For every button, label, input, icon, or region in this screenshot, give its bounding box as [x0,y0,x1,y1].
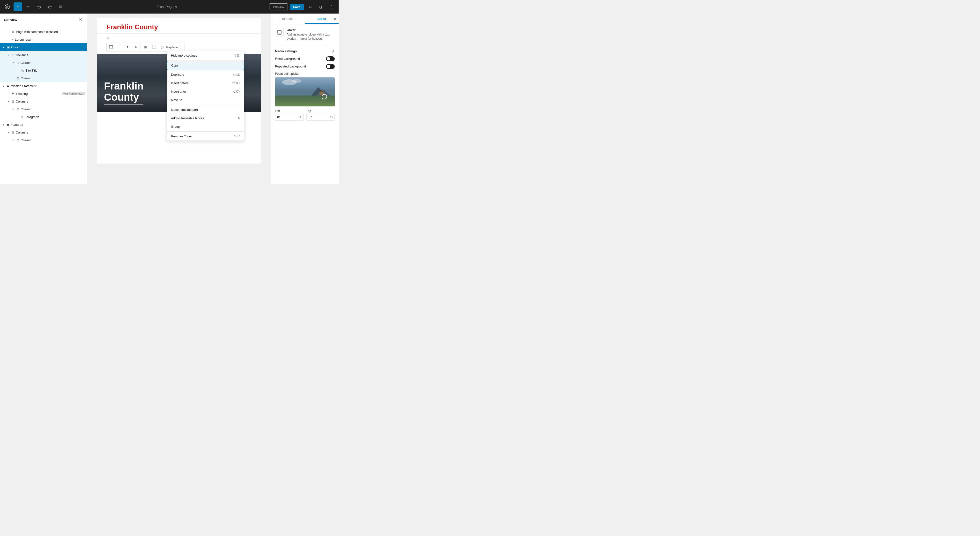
wp-logo[interactable]: W [3,2,12,11]
main-toolbar: W + ✏ Front Page ∨ Preview Save ⚙ ◑ ⋮ [0,0,339,14]
svg-rect-2 [59,6,62,6]
editor-area[interactable]: Franklin County ≡ ⠿ ⊞ [87,14,271,184]
repeated-background-toggle[interactable] [326,64,335,69]
context-menu-item-add-reusable[interactable]: Add to Reusable blocks ↻ [167,114,244,122]
move-down-button[interactable] [132,43,140,51]
list-item[interactable]: ▾ ⊞ Columns [0,51,87,59]
main-layout: List view ✕ ▭ Page with comments disable… [0,14,339,184]
save-button[interactable]: Save [290,4,304,10]
site-title-icon: ◎ [21,69,24,72]
context-menu-item-move-to[interactable]: Move to [167,96,244,104]
add-block-button[interactable]: + [14,2,22,11]
context-menu-item-duplicate[interactable]: Duplicate ⇧⌘D [167,70,244,79]
block-info-text: Cover Add an image or video with a text … [286,28,335,41]
tab-template[interactable]: Template [271,14,305,24]
item-label: Column [21,76,85,80]
top-coord-field: Top % [306,109,335,121]
circle-button[interactable]: ◌ [158,43,166,51]
sidebar-item-featured[interactable]: ▾ ◆ Featured [0,121,87,129]
item-label: Cover [11,46,79,49]
block-more-button[interactable]: ⋮ [176,43,184,51]
sidebar-header: List view ✕ [0,14,87,26]
context-menu-item-insert-after[interactable]: Insert after ⌥⌘Y [167,87,244,96]
edit-button[interactable]: ✏ [24,2,33,11]
sidebar-close-button[interactable]: ✕ [78,16,83,23]
top-coord-wrap: % [306,114,335,121]
redo-button[interactable] [46,2,54,11]
list-item[interactable]: ▾ ⊞ Columns [0,129,87,136]
focal-point-handle[interactable] [322,94,327,99]
drag-handle-button[interactable]: ⠿ [115,43,123,51]
right-panel-tabs: Template Block ✕ [271,14,339,24]
sidebar: List view ✕ ▭ Page with comments disable… [0,14,87,184]
media-settings-collapse[interactable]: ∧ [332,49,335,54]
list-item[interactable]: ▾ ⊡ Column [0,59,87,67]
list-item[interactable]: ▾ ⊞ Columns [0,97,87,105]
columns-icon: ⊞ [12,130,14,134]
sidebar-item-heading[interactable]: ⚑ Heading visit-franklin-co... [0,90,87,97]
context-menu-divider [167,60,244,60]
list-item[interactable]: ⊡ Column [0,74,87,82]
context-menu-item-remove-cover[interactable]: Remove Cover ^⌥Z [167,132,244,140]
context-menu-item-insert-before[interactable]: Insert before ⌥⌘T [167,79,244,87]
columns-icon: ⊞ [12,100,14,103]
replace-button[interactable]: Replace [168,43,176,51]
page-icon: ▭ [12,30,14,33]
column-icon: ⊡ [16,107,19,111]
toolbar-right: Preview Save ⚙ ◑ ⋮ [269,2,336,11]
item-label: Page with comments disabled [16,30,85,33]
page-title-button[interactable]: Front Page ∨ [154,3,180,10]
list-item[interactable]: ◎ Site Title [0,67,87,74]
right-panel-content: Cover Add an image or video with a text … [271,24,339,184]
focal-point-image[interactable] [275,77,335,107]
more-icon[interactable]: ⋮ [79,45,85,49]
list-item[interactable]: ▾ ⊡ Column [0,136,87,144]
settings-button[interactable]: ⚙ [306,2,314,11]
right-panel-close-button[interactable]: ✕ [334,16,337,21]
chevron-icon: ▾ [8,131,11,134]
preview-button[interactable]: Preview [269,3,288,10]
fixed-background-toggle[interactable] [326,56,335,61]
more-options-button[interactable]: ⋮ [327,2,336,11]
sidebar-item-cover[interactable]: ▾ ▣ Cover ⋮ [0,43,87,51]
focal-point-title: Focal point picker [275,72,335,75]
cover-text: Franklin County [104,81,143,105]
context-menu-item-make-template[interactable]: Make template part [167,105,244,114]
item-label: Columns [16,100,85,103]
list-item[interactable]: ▭ Page with comments disabled [0,28,87,35]
list-item[interactable]: ≡ Lorem Ipsum [0,35,87,43]
chevron-icon: ▾ [8,54,11,56]
left-coord-wrap: % [275,114,304,121]
context-menu-item-hide-settings[interactable]: Hide more settings ⇧⌘, [167,51,244,60]
top-coord-unit: % [330,115,333,119]
sidebar-content: ▭ Page with comments disabled ≡ Lorem Ip… [0,26,87,184]
move-up-button[interactable] [124,43,131,51]
context-menu-item-group[interactable]: Group [167,122,244,131]
align-button[interactable]: ⊞ [142,43,150,51]
focal-point-section: Focal point picker [275,72,335,121]
list-item[interactable]: ▾ ⊡ Column [0,105,87,113]
cover-icon: ▣ [7,46,10,49]
context-menu-item-copy[interactable]: Copy [167,61,244,70]
sidebar-item-mission[interactable]: ▾ ◆ Mission Statement [0,82,87,90]
column-icon: ⊡ [16,76,19,80]
context-menu: Hide more settings ⇧⌘, Copy Duplicate ⇧⌘… [167,51,244,141]
item-label: Site Title [25,69,85,72]
column-icon: ⊡ [16,61,19,65]
list-view-button[interactable] [56,2,65,11]
block-toolbar: ⠿ ⊞ ⛶ ◌ Replace ⋮ [107,43,185,52]
chevron-icon: ▾ [3,46,6,49]
paragraph-icon: ≡ [12,38,14,41]
block-info: Cover Add an image or video with a text … [275,28,335,41]
top-coord-label: Top [306,109,335,113]
contrast-button[interactable]: ◑ [317,2,325,11]
cover-type-button[interactable] [107,43,115,51]
heading-icon: ⚑ [12,92,14,95]
chevron-icon: ▾ [13,108,16,111]
list-item[interactable]: ¶ Paragraph [0,113,87,121]
fullscreen-button[interactable]: ⛶ [150,43,158,51]
svg-rect-8 [277,33,281,34]
undo-button[interactable] [35,2,43,11]
featured-icon: ◆ [7,123,9,127]
chevron-down-icon: ∨ [175,5,177,9]
